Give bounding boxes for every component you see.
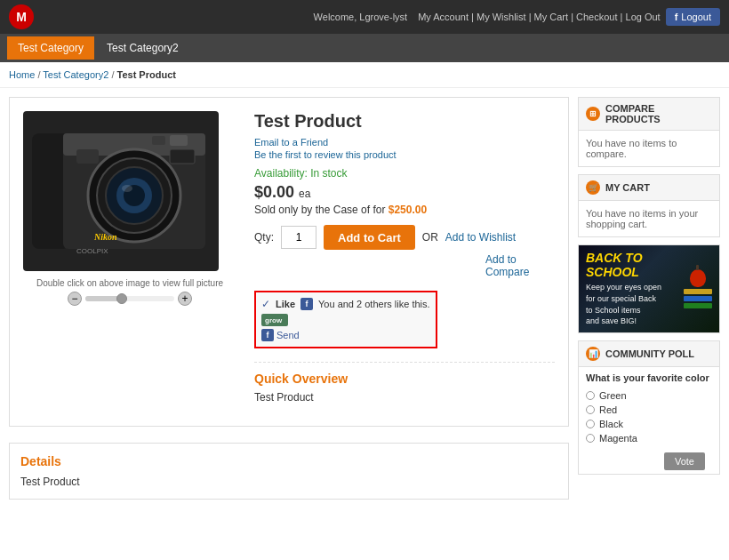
zoom-slider-thumb[interactable] <box>116 293 127 304</box>
add-to-cart-button[interactable]: Add to Cart <box>324 225 415 250</box>
quick-overview-text: Test Product <box>254 391 555 404</box>
nav-bar: Test Category Test Category2 <box>0 34 729 62</box>
breadcrumb-home[interactable]: Home <box>9 69 35 80</box>
apple-icon <box>690 269 706 287</box>
details-text: Test Product <box>20 476 557 488</box>
poll-label-green: Green <box>599 390 627 401</box>
vote-button[interactable]: Vote <box>664 452 705 470</box>
svg-rect-11 <box>76 149 99 164</box>
qty-label: Qty: <box>254 231 274 244</box>
zoom-in-button[interactable]: + <box>178 292 192 306</box>
grow-logo-svg: grow <box>261 314 288 326</box>
price-main: $0.00 ea <box>254 183 555 202</box>
zoom-out-button[interactable]: − <box>68 292 82 306</box>
book1 <box>684 289 712 294</box>
product-image-area: Nikon COOLPIX Double click on above imag… <box>23 111 555 404</box>
review-link[interactable]: Be the first to review this product <box>254 149 555 160</box>
back-to-school-banner[interactable]: BACK TO SCHOOL Keep your eyes open for o… <box>578 244 720 333</box>
fb-like-box: ✓ Like f You and 2 others like this. gro… <box>254 291 437 348</box>
poll-label-magenta: Magenta <box>599 433 637 444</box>
quick-overview-title: Quick Overview <box>254 372 555 386</box>
svg-point-10 <box>122 185 132 192</box>
compare-title: COMPARE PRODUCTS <box>605 103 712 124</box>
svg-text:grow: grow <box>265 316 283 324</box>
bts-subtitle: Keep your eyes open for our special Back… <box>586 282 677 326</box>
fb-like-row: ✓ Like f You and 2 others like this. <box>261 298 430 310</box>
add-to-compare-link[interactable]: Add to Compare <box>485 253 555 278</box>
availability: Availability: In stock <box>254 167 555 180</box>
fb-like-count: You and 2 others like this. <box>318 299 430 309</box>
poll-question: What is your favorite color <box>579 367 719 383</box>
product-section: Nikon COOLPIX Double click on above imag… <box>9 97 569 427</box>
poll-option-red: Red <box>579 403 719 417</box>
details-section: Details Test Product <box>9 443 569 500</box>
details-title: Details <box>20 454 557 468</box>
my-account-link[interactable]: My Account <box>418 12 469 22</box>
poll-radio-magenta[interactable] <box>586 434 595 443</box>
image-caption: Double click on above image to view full… <box>23 278 236 288</box>
fb-small-icon: f <box>300 298 313 310</box>
or-text: OR <box>422 231 438 244</box>
logout-label: Logout <box>681 12 711 22</box>
image-container: Nikon COOLPIX Double click on above imag… <box>23 111 236 404</box>
fb-grow-logo: grow <box>261 314 430 326</box>
my-wishlist-link[interactable]: My Wishlist <box>477 12 526 22</box>
main-content: Nikon COOLPIX Double click on above imag… <box>0 88 729 508</box>
book3 <box>684 303 712 308</box>
svg-rect-3 <box>170 135 188 146</box>
product-details: Test Product Email to a Friend Be the fi… <box>254 111 555 404</box>
qty-row: Qty: Add to Cart OR Add to Wishlist <box>254 225 555 250</box>
product-title: Test Product <box>254 111 555 132</box>
like-text: Like <box>276 299 295 309</box>
logo-icon: M <box>9 4 34 29</box>
add-to-wishlist-link[interactable]: Add to Wishlist <box>445 231 516 244</box>
poll-label-black: Black <box>599 419 623 429</box>
poll-radio-red[interactable] <box>586 405 595 414</box>
cart-title: MY CART <box>605 182 650 193</box>
header: M Welcome, Lgrove-lyst My Account | My W… <box>0 0 729 34</box>
email-friend-link[interactable]: Email to a Friend <box>254 137 555 148</box>
svg-text:Nikon: Nikon <box>93 232 117 242</box>
poll-icon: 📊 <box>586 347 600 361</box>
log-out-link[interactable]: Log Out <box>626 12 661 22</box>
poll-radio-black[interactable] <box>586 420 595 428</box>
breadcrumb: Home / Test Category2 / Test Product <box>0 62 729 88</box>
poll-label-red: Red <box>599 404 617 415</box>
zoom-control: − + <box>23 292 236 306</box>
logo-area: M <box>9 4 34 29</box>
breadcrumb-category[interactable]: Test Category2 <box>43 69 108 80</box>
compare-body: You have no items to compare. <box>579 131 719 166</box>
quick-overview: Quick Overview Test Product <box>254 362 555 404</box>
product-image[interactable]: Nikon COOLPIX <box>23 111 219 271</box>
fb-logout-button[interactable]: f Logout <box>666 8 720 26</box>
nav-item-test-category[interactable]: Test Category <box>7 36 94 60</box>
svg-rect-4 <box>152 136 165 145</box>
poll-header: 📊 COMMUNITY POLL <box>579 341 719 367</box>
sidebar: ⊞ COMPARE PRODUCTS You have no items to … <box>578 97 720 500</box>
community-poll-widget: 📊 COMMUNITY POLL What is your favorite c… <box>578 340 720 475</box>
welcome-text: Welcome, Lgrove-lyst <box>314 12 408 22</box>
qty-input[interactable] <box>281 226 316 249</box>
svg-text:COOLPIX: COOLPIX <box>76 247 108 255</box>
poll-option-black: Black <box>579 417 719 431</box>
price-case: Sold only by the Case of for $250.00 <box>254 204 555 216</box>
poll-radio-green[interactable] <box>586 391 595 400</box>
svg-rect-12 <box>170 149 195 164</box>
fb-send-label: Send <box>276 330 300 340</box>
compare-icon: ⊞ <box>586 107 600 121</box>
bts-title: BACK TO SCHOOL <box>586 251 677 279</box>
bts-text-area: BACK TO SCHOOL Keep your eyes open for o… <box>586 251 677 326</box>
my-cart-header: 🛒 MY CART <box>579 175 719 201</box>
fb-send-button[interactable]: f Send <box>261 329 430 341</box>
bts-items <box>684 269 712 308</box>
checkout-link[interactable]: Checkout <box>576 12 617 22</box>
availability-value: In stock <box>310 167 347 180</box>
fb-icon: f <box>675 12 678 22</box>
poll-title: COMMUNITY POLL <box>605 348 694 359</box>
poll-option-green: Green <box>579 388 719 403</box>
checkmark-icon: ✓ <box>261 298 270 310</box>
fb-send-icon: f <box>261 329 274 341</box>
price-case-value: $250.00 <box>389 204 427 216</box>
my-cart-link[interactable]: My Cart <box>534 12 569 22</box>
nav-item-test-category2[interactable]: Test Category2 <box>96 36 189 60</box>
